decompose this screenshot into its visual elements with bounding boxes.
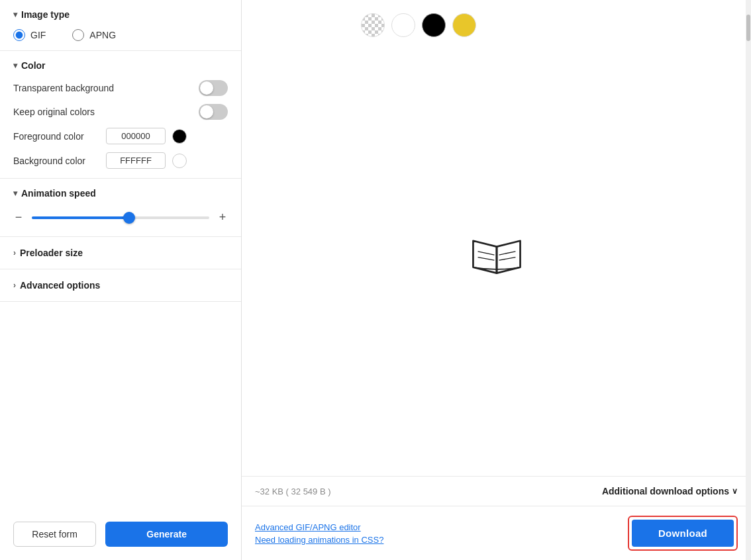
color-title: Color xyxy=(21,60,46,71)
advanced-options-chevron: › xyxy=(13,281,16,290)
speed-slider-row: − + xyxy=(13,208,228,227)
apng-radio[interactable] xyxy=(72,29,84,41)
background-color-input[interactable] xyxy=(106,152,166,169)
advanced-editor-link[interactable]: Advanced GIF/APNG editor xyxy=(255,522,383,532)
black-swatch[interactable] xyxy=(422,13,446,37)
transparent-bg-toggle[interactable] xyxy=(199,80,228,96)
transparent-bg-label: Transparent background xyxy=(13,83,114,93)
background-color-swatch[interactable] xyxy=(172,154,187,168)
image-type-header[interactable]: ▾ Image type xyxy=(13,9,228,20)
image-type-title: Image type xyxy=(21,9,70,20)
white-swatch[interactable] xyxy=(391,13,415,37)
gif-label: GIF xyxy=(30,30,46,40)
background-color-label: Background color xyxy=(13,156,99,166)
additional-download-chevron: ∨ xyxy=(732,487,738,496)
keep-original-label: Keep original colors xyxy=(13,107,95,117)
speed-slider-fill xyxy=(32,216,129,219)
color-header[interactable]: ▾ Color xyxy=(13,60,228,71)
left-panel: ▾ Image type GIF APNG ▾ Color Transparen… xyxy=(0,0,242,560)
bg-swatches-row xyxy=(361,13,476,37)
speed-decrease-button[interactable]: − xyxy=(13,210,24,224)
book-preview-icon xyxy=(467,229,526,284)
footer-links-row: Advanced GIF/APNG editor Need loading an… xyxy=(242,506,751,560)
transparent-swatch[interactable] xyxy=(361,13,385,37)
foreground-color-swatch[interactable] xyxy=(172,129,187,144)
preview-area xyxy=(242,0,751,476)
apng-label: APNG xyxy=(89,30,116,40)
gif-radio[interactable] xyxy=(13,29,25,41)
animation-speed-header[interactable]: ▾ Animation speed xyxy=(13,188,228,199)
additional-download-button[interactable]: Additional download options ∨ xyxy=(602,486,738,496)
keep-original-toggle[interactable] xyxy=(199,104,228,120)
reset-form-button[interactable]: Reset form xyxy=(13,522,96,547)
preloader-size-section[interactable]: › Preloader size xyxy=(0,237,241,269)
preloader-size-chevron: › xyxy=(13,248,16,257)
transparent-bg-track xyxy=(199,80,228,96)
animation-speed-chevron: ▾ xyxy=(13,189,17,198)
right-panel: ~32 KB ( 32 549 B ) Additional download … xyxy=(242,0,751,560)
speed-slider-thumb[interactable] xyxy=(123,212,135,224)
keep-original-track xyxy=(199,104,228,120)
background-color-row: Background color xyxy=(13,152,228,169)
generate-button[interactable]: Generate xyxy=(105,522,228,547)
right-scrollbar[interactable] xyxy=(746,0,751,560)
image-type-radio-group: GIF APNG xyxy=(13,29,228,41)
bottom-buttons: Reset form Generate xyxy=(0,508,241,560)
preloader-size-title: Preloader size xyxy=(20,248,83,258)
preview-image-container xyxy=(255,50,738,463)
download-button-wrapper: Download xyxy=(628,516,738,551)
preloader-size-header: › Preloader size xyxy=(13,248,228,258)
gif-option[interactable]: GIF xyxy=(13,29,46,41)
advanced-options-header: › Advanced options xyxy=(13,280,228,291)
foreground-color-label: Foreground color xyxy=(13,131,99,142)
image-type-section: ▾ Image type GIF APNG xyxy=(0,0,241,51)
color-chevron: ▾ xyxy=(13,61,17,70)
speed-slider-track[interactable] xyxy=(32,216,209,219)
animation-speed-title: Animation speed xyxy=(21,188,96,199)
scrollbar-thumb xyxy=(746,15,750,41)
speed-increase-button[interactable]: + xyxy=(217,210,228,224)
keep-original-row: Keep original colors xyxy=(13,104,228,120)
animation-speed-section: ▾ Animation speed − + xyxy=(0,179,241,237)
foreground-color-input[interactable] xyxy=(106,128,166,144)
image-type-chevron: ▾ xyxy=(13,10,17,19)
advanced-options-title: Advanced options xyxy=(20,280,100,291)
bottom-bar: ~32 KB ( 32 549 B ) Additional download … xyxy=(242,476,751,506)
apng-option[interactable]: APNG xyxy=(72,29,116,41)
transparent-bg-row: Transparent background xyxy=(13,80,228,96)
yellow-swatch[interactable] xyxy=(452,13,476,37)
css-animations-link[interactable]: Need loading animations in CSS? xyxy=(255,535,383,545)
additional-download-label: Additional download options xyxy=(602,486,729,496)
advanced-options-section[interactable]: › Advanced options xyxy=(0,269,241,302)
foreground-color-row: Foreground color xyxy=(13,128,228,144)
file-size-text: ~32 KB ( 32 549 B ) xyxy=(255,487,331,496)
download-button[interactable]: Download xyxy=(632,520,734,547)
color-section: ▾ Color Transparent background Keep orig… xyxy=(0,51,241,179)
footer-links-left: Advanced GIF/APNG editor Need loading an… xyxy=(255,522,383,545)
